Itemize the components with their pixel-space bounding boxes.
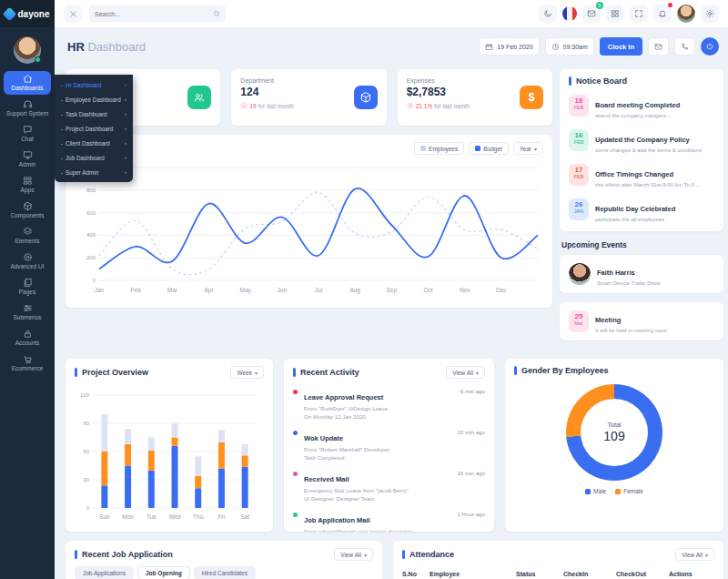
sidebar-item-accounts[interactable]: Accounts [4,326,51,350]
chevron-down-icon: ▾ [534,146,537,152]
sidebar-item-ecommerce[interactable]: Ecommerce [4,351,51,375]
sidebar-item-label: Admin [4,161,51,168]
legend-employees[interactable]: Employees [414,142,464,155]
call-shortcut-button[interactable] [674,37,695,56]
flyout-item-project-dashboard[interactable]: -Project Dashboard› [55,121,133,136]
chevron-right-icon: › [125,155,126,160]
gender-donut-chart: Total 109 [566,384,662,481]
activity-item[interactable]: Leave Approval Request From "RuthDyer" U… [284,382,494,423]
svg-text:Dec: Dec [496,287,507,293]
sidebar-item-chat[interactable]: Chat [4,122,51,146]
notifications-dot [668,3,672,7]
flyout-item-job-dashboard[interactable]: -Job Dashboard› [55,150,133,165]
date-chip: 26JAN [569,198,589,220]
notice-board-title: Notice Board [576,76,627,86]
flyout-item-employee-dashboard[interactable]: -Employee Dashboard› [55,92,133,107]
notice-item[interactable]: 16FEB Updated the Company Policysome cha… [560,124,723,158]
chevron-right-icon: › [125,82,126,87]
sidebar-item-label: Dashboards [4,85,51,91]
tab-hired-candidates[interactable]: Hired Candidates [194,566,256,579]
chevron-right-icon: › [125,169,126,175]
close-icon [69,10,77,18]
flyout-item-task-dashboard[interactable]: -Task Dashboard› [55,107,133,121]
sidebar-item-advanced-ui[interactable]: Advanced UI [4,249,51,273]
notice-item[interactable]: 18FEB Board meeting Completedattend the … [560,89,723,124]
sidebar-item-apps[interactable]: Apps [4,173,51,197]
gear-icon [705,9,714,18]
recent-job-application-card: Recent Job Application View All ▾ Job Ap… [66,541,382,579]
sidebar-item-pages[interactable]: Pages [4,275,51,299]
chevron-right-icon: › [125,111,126,117]
flyout-item-client-dashboard[interactable]: -Client Dashboard› [55,136,133,150]
sidebar-item-elements[interactable]: Elements [4,224,51,248]
power-button[interactable] [701,37,719,56]
user-avatar[interactable] [14,36,41,64]
clock-in-button[interactable]: Clock In [600,37,642,56]
title-accent [402,550,405,559]
close-menu-button[interactable] [64,5,82,23]
tab-job-opening[interactable]: Job Opening [137,566,190,579]
shortcuts-button[interactable] [606,5,624,23]
stat-card-department[interactable]: Department 124 ↓ 19 for last month [231,69,386,126]
dark-mode-button[interactable] [539,5,557,23]
stat-delta: ↓ 19 for last month [240,102,294,109]
event-card[interactable]: Faith HarrisSmart Device Trade Show [560,255,723,293]
mail-shortcut-button[interactable] [648,37,669,56]
job-card-title: Recent Job Application [82,550,173,559]
legend-swatch [615,489,621,494]
phone-icon [681,43,689,51]
apps-grid-icon [23,176,33,186]
notice-item[interactable]: 17FEB Office Timings Changedthis effetct… [560,158,723,193]
donut-center: Total 109 [581,399,648,466]
event-card[interactable]: 25Mar MeetingIt will be held in meeting … [560,302,723,340]
tab-job-applications[interactable]: Job Applications [75,566,134,579]
sidebar-item-label: Apps [4,187,51,193]
range-select[interactable]: Year ▾ [513,142,543,155]
brand[interactable]: dayone [0,0,55,27]
svg-text:Jun: Jun [278,287,288,293]
stat-card-expenses[interactable]: Expenses $2,7853 ↑ 21.1% for last month … [398,69,552,126]
settings-button[interactable] [701,5,719,23]
date-chip[interactable]: 19 Feb 2020 [479,37,539,56]
profile-avatar[interactable] [677,5,695,23]
recent-activity-title: Recent Activity [300,368,359,377]
stat-value: $2,7853 [407,86,470,98]
activity-item[interactable]: Job Application Mail From jobmail@gmail.… [284,505,494,532]
svg-text:600: 600 [86,210,96,216]
sliders-icon [23,303,33,313]
time-chip[interactable]: 09:30am [545,37,594,56]
sidebar-item-dashboards[interactable]: Dashboards [4,71,51,95]
fullscreen-button[interactable] [630,5,648,23]
search-box [89,5,226,22]
sidebar: dayone Dashboards Support System Chat Ad… [0,0,55,579]
svg-text:0: 0 [93,278,96,283]
view-all-button[interactable]: View All ▾ [334,548,373,561]
flyout-item-super-admin[interactable]: -Super Admin› [55,165,133,179]
sidebar-item-components[interactable]: Components [4,198,51,222]
activity-item[interactable]: Received Mail Emergency Sick Leave from … [284,464,494,505]
clock-icon [551,43,560,51]
view-all-button[interactable]: View All ▾ [675,548,714,561]
sidebar-item-label: Elements [4,238,51,244]
sidebar-item-support-system[interactable]: Support System [4,96,51,120]
sidebar-item-admin[interactable]: Admin [4,147,51,171]
sidebar-item-label: Ecommerce [4,365,51,371]
chevron-right-icon: › [125,140,126,146]
week-select[interactable]: Week ▾ [230,366,264,379]
headset-icon [23,99,33,109]
search-icon[interactable] [213,10,220,17]
legend-budget[interactable]: Budget [469,142,509,155]
sidebar-item-submenus[interactable]: Submenus [4,300,51,324]
search-input[interactable] [95,11,213,17]
language-flag-icon[interactable] [562,6,577,21]
lock-icon [23,329,33,339]
stat-delta: ↑ 21.1% for last month [407,102,470,109]
flyout-item-hr-dashboard[interactable]: -Hr Dashboard› [55,77,133,92]
messages-button[interactable]: 5 [582,5,601,23]
notice-item[interactable]: 26JAN Republic Day Celebratedparticipate… [560,193,723,228]
notifications-button[interactable] [653,5,672,23]
legend-swatch [420,146,426,151]
attendance-title: Attendance [410,550,454,559]
view-all-button[interactable]: View All ▾ [446,366,485,379]
activity-item[interactable]: Wok Update From "Robert Marshall" Develo… [284,423,494,464]
